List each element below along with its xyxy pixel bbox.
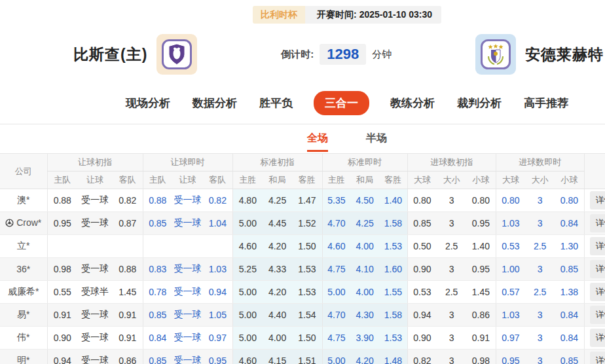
initial-odds-cell: 受一球 (77, 189, 113, 212)
live-odds-cell: 0.85 (143, 304, 172, 327)
detail-cell: 详情 (584, 327, 605, 350)
live-odds-cell (143, 235, 172, 258)
live-odds-cell: 1.53 (379, 235, 407, 258)
countdown: 倒计时: 1298 分钟 (281, 44, 392, 65)
initial-odds-cell: 3 (437, 212, 466, 235)
live-odds-cell (172, 235, 203, 258)
live-odds-cell: 受一球 (172, 350, 203, 364)
countdown-unit: 分钟 (372, 48, 392, 61)
detail-cell: 详情 (584, 189, 605, 212)
initial-odds-cell: 5.00 (232, 281, 263, 304)
initial-odds-cell: 4.20 (263, 235, 292, 258)
initial-odds-cell: 0.82 (113, 189, 143, 212)
live-odds-cell: 0.97 (203, 327, 232, 350)
initial-odds-cell: 4.60 (232, 235, 263, 258)
away-team-badge (475, 34, 516, 75)
initial-odds-cell: 受一球 (77, 212, 113, 235)
live-odds-cell (203, 235, 232, 258)
odds-row: 威廉希*0.55受球半1.450.78受一球0.945.004.201.535.… (0, 281, 605, 304)
live-odds-cell: 2.5 (525, 281, 555, 304)
initial-odds-cell: 0.90 (407, 258, 437, 281)
initial-odds-cell: 5.25 (232, 258, 263, 281)
nav-tab[interactable]: 数据分析 (191, 92, 238, 115)
nav-tab[interactable]: 胜平负 (258, 92, 294, 115)
live-odds-cell: 5.00 (322, 281, 350, 304)
detail-button[interactable]: 详情 (590, 191, 605, 209)
company-name: 伟* (0, 327, 47, 350)
home-crest-icon (162, 39, 192, 69)
odds-subcolumn-header: 让球 (77, 172, 113, 189)
kickoff-value: 2025-01-10 03:30 (359, 9, 432, 20)
detail-cell: 详情 (584, 258, 605, 281)
odds-group-header: 标准即时 (322, 154, 407, 172)
initial-odds-cell: 0.94 (47, 350, 77, 364)
initial-odds-cell: 0.91 (47, 304, 77, 327)
company-name: 立* (0, 235, 47, 258)
live-odds-cell: 3 (525, 258, 555, 281)
initial-odds-cell: 5.00 (232, 327, 263, 350)
nav-tab[interactable]: 现场分析 (124, 92, 172, 115)
away-team-name: 安德莱赫特 (525, 45, 604, 65)
detail-cell: 详情 (584, 281, 605, 304)
home-team-name: 比斯查(主) (73, 45, 147, 65)
odds-subcolumn-header: 客胜 (292, 172, 322, 189)
live-odds-cell: 0.88 (143, 189, 172, 212)
live-odds-cell: 0.85 (143, 212, 172, 235)
initial-odds-cell: 4.33 (263, 258, 292, 281)
page: 比利时杯 开赛时间:2025-01-10 03:30 比斯查(主) 倒计时: 1… (0, 6, 605, 364)
live-odds-cell: 0.85 (555, 350, 584, 364)
detail-button[interactable]: 详情 (590, 329, 605, 347)
period-tab[interactable]: 全场 (307, 132, 328, 152)
live-odds-cell: 4.00 (350, 281, 379, 304)
odds-subcolumn-header: 客队 (113, 172, 143, 189)
initial-odds-cell: 4.00 (263, 327, 292, 350)
initial-odds-cell: 0.86 (466, 304, 496, 327)
odds-subcolumn-header: 小球 (466, 172, 496, 189)
live-odds-cell: 4.00 (350, 235, 379, 258)
initial-odds-cell: 受球半 (77, 281, 113, 304)
detail-cell: 详情 (584, 235, 605, 258)
live-odds-cell: 0.85 (555, 258, 584, 281)
odds-row: Crow*0.95受一球0.870.85受一球1.045.004.451.524… (0, 212, 605, 235)
initial-odds-cell: 2.5 (437, 235, 466, 258)
initial-odds-cell: 0.91 (466, 327, 496, 350)
odds-subcolumn-header: 客队 (203, 172, 232, 189)
detail-button[interactable]: 详情 (590, 214, 605, 232)
football-icon (5, 219, 14, 227)
live-odds-cell: 0.78 (143, 281, 172, 304)
detail-button[interactable]: 详情 (590, 283, 605, 301)
live-odds-cell: 3 (525, 212, 555, 235)
nav-tab[interactable]: 高手推荐 (522, 92, 570, 115)
live-odds-cell: 3 (525, 350, 555, 364)
odds-subcolumn-header: 大球 (496, 172, 525, 189)
detail-button[interactable]: 详情 (590, 260, 605, 278)
odds-row: 立*4.604.201.504.604.001.530.502.51.400.5… (0, 235, 605, 258)
period-tab[interactable]: 半场 (366, 132, 387, 152)
live-odds-cell: 1.40 (379, 189, 407, 212)
detail-button[interactable]: 详情 (590, 306, 605, 324)
live-odds-cell: 0.85 (143, 350, 172, 364)
odds-subcolumn-header: 小球 (555, 172, 584, 189)
initial-odds-cell: 0.82 (407, 350, 437, 364)
nav-tab[interactable]: 教练分析 (389, 92, 436, 115)
initial-odds-cell: 1.54 (292, 304, 322, 327)
company-name: 澳* (0, 189, 47, 212)
detail-button[interactable]: 详情 (590, 352, 605, 364)
odds-table-body: 澳*0.88受一球0.820.88受一球0.824.804.251.475.35… (0, 189, 605, 364)
nav-tab[interactable]: 三合一 (314, 91, 369, 115)
initial-odds-cell: 0.53 (407, 281, 437, 304)
live-odds-cell: 1.48 (379, 350, 407, 364)
initial-odds-cell: 1.50 (292, 327, 322, 350)
detail-cell: 详情 (584, 212, 605, 235)
initial-odds-cell: 0.95 (466, 258, 496, 281)
odds-subcolumn-header: 主胜 (232, 172, 263, 189)
live-odds-cell: 受一球 (172, 281, 203, 304)
live-odds-cell: 1.55 (379, 281, 407, 304)
nav-tab[interactable]: 裁判分析 (456, 92, 503, 115)
live-odds-cell: 4.70 (322, 304, 350, 327)
initial-odds-cell: 0.98 (47, 258, 77, 281)
initial-odds-cell: 3 (437, 350, 466, 364)
away-crest-icon (481, 39, 511, 69)
detail-button[interactable]: 详情 (590, 237, 605, 255)
live-odds-cell: 1.00 (496, 258, 525, 281)
